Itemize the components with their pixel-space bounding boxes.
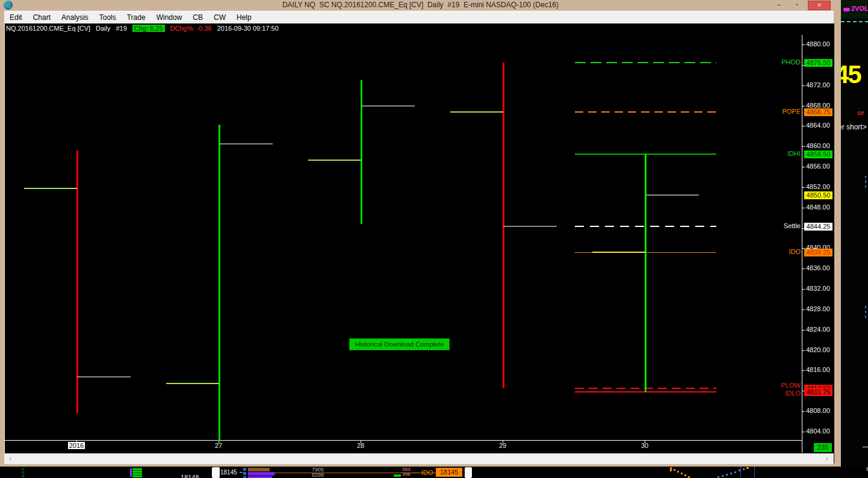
axis-tick-mark [802,411,805,412]
blue-dash-marks [865,306,866,318]
volume-study-label: 2VOL [851,5,868,12]
big-price-digits: 45 [841,60,861,89]
menu-chart[interactable]: Chart [28,12,56,22]
date-text: 27 [215,442,222,449]
curve-dot [746,467,749,469]
axis-tick-mark [802,146,805,147]
download-complete-message: Historical Download Complete [349,338,450,350]
level-label-idhi: IDHI [740,150,801,158]
curve-dot [726,474,728,476]
clipped-red-text: se [857,109,864,116]
curve-dot [722,475,724,477]
date-text: 2016 [68,442,85,449]
background-window-bottom[interactable]: G G G 18148 18145 7905 8298 393 398 IDO … [0,467,868,478]
chart-number-label: #19 [116,25,126,32]
axis-tick-label: 4808.00 [806,407,837,415]
horizontal-scrollbar[interactable]: ‹ › [4,453,834,464]
dotted-curves [0,467,868,478]
title-bar[interactable]: DAILY NQ SC NQ.20161200.CME_Eq [CV] Dail… [0,0,841,11]
date-label-27: 27 [202,442,235,449]
minimize-button[interactable]: – [772,1,786,9]
white-grid-mark [863,447,868,447]
price-badge-idhi: 4858.50 [804,151,832,158]
level-label-pope: POPE [740,108,801,116]
menu-cb[interactable]: CB [187,12,208,22]
axis-tick-label: 4860.00 [806,142,837,150]
curve-dot [730,473,732,474]
level-label-ido: IDO [740,248,801,256]
axis-tick-mark [802,106,805,107]
menu-window[interactable]: Window [151,12,188,22]
menu-bar: EditChartAnalysisToolsTradeWindowCBCWHel… [4,11,834,24]
scroll-left-arrow[interactable]: ‹ [5,455,15,464]
daily-change-label: DChg%: -0.36 [170,25,212,32]
axis-tick-label: 4864.00 [806,122,837,129]
axis-tick-label: 4836.00 [806,264,837,272]
curve-dot [674,469,675,471]
axis-tick-mark [802,268,805,269]
menu-tools[interactable]: Tools [94,12,122,22]
axis-tick-label: 4820.00 [806,346,837,354]
curve-dot [743,468,745,470]
white-tick [867,467,867,471]
screen: 2VOL 45 se er short> G G G 18148 18145 7… [0,0,868,478]
date-label-28: 28 [344,442,377,449]
curve-dot [670,467,672,471]
date-label-30: 30 [628,442,662,449]
change-badge: Chg: 6.25 [132,25,165,32]
date-text: 29 [499,442,506,449]
price-badge-settle: 4844.25 [804,223,832,231]
axis-tick-label: 4872.00 [806,81,837,89]
axis-tick-mark [802,126,805,126]
axis-tick-label: 4848.00 [806,203,837,211]
date-text: 30 [641,442,648,449]
maximize-button[interactable]: ▫ [790,1,804,9]
axis-tick-label: 4828.00 [806,305,837,313]
level-label-plow: PLOW [740,382,801,390]
blue-dash-marks [865,176,866,188]
curve-dot [677,471,679,473]
chart-window: DAILY NQ SC NQ.20161200.CME_Eq [CV] Dail… [0,0,841,467]
date-text: 28 [357,442,364,449]
period-label: Daily [96,25,110,32]
countdown-badge: 235 [814,443,832,452]
scroll-right-arrow[interactable]: › [822,455,832,464]
menu-edit[interactable]: Edit [4,12,28,22]
chart-client-area[interactable] [4,23,834,464]
symbol-label: NQ.20161200.CME_Eq [CV] [6,25,90,32]
axis-tick-mark [802,330,805,331]
price-badge-idlo: 4811.75 [804,388,832,396]
blue-vline [740,467,741,478]
axis-tick-label: 4852.00 [806,183,837,191]
dashed-separator [841,21,868,22]
window-title: DAILY NQ SC NQ.20161200.CME_Eq [CV] Dail… [0,1,841,9]
curve-dot [734,471,736,473]
axis-tick-mark [802,45,805,45]
price-axis-line [802,35,802,453]
axis-tick-label: 4824.00 [806,326,837,334]
axis-tick-mark [802,432,805,432]
axis-tick-mark [802,187,805,188]
curve-dot [681,473,683,474]
level-label-phod: PHOD [740,58,801,66]
axis-tick-mark [802,289,805,290]
price-badge-ido: 4839.25 [804,249,832,256]
menu-trade[interactable]: Trade [122,12,151,22]
axis-tick-mark [802,208,805,208]
menu-analysis[interactable]: Analysis [56,12,94,22]
price-badge-last: 4850.50 [804,191,832,199]
axis-tick-label: 4880.00 [806,40,837,48]
menu-help[interactable]: Help [231,12,257,22]
axis-tick-label: 4832.00 [806,285,837,293]
curve-dot [684,474,686,476]
axis-tick-label: 4856.00 [806,163,837,170]
background-window-right[interactable]: 2VOL 45 se er short> [841,0,868,467]
axis-tick-mark [802,167,805,167]
timestamp-label: 2016-09-30 09:17:50 [217,25,279,32]
chart-info-bar: NQ.20161200.CME_Eq [CV] Daily #19 Chg: 6… [6,25,279,32]
menu-cw[interactable]: CW [208,12,231,22]
volume-icon [843,8,850,11]
close-button[interactable]: × [808,1,831,10]
date-label-29: 29 [486,442,519,449]
price-badge-pope: 4866.75 [804,108,832,116]
